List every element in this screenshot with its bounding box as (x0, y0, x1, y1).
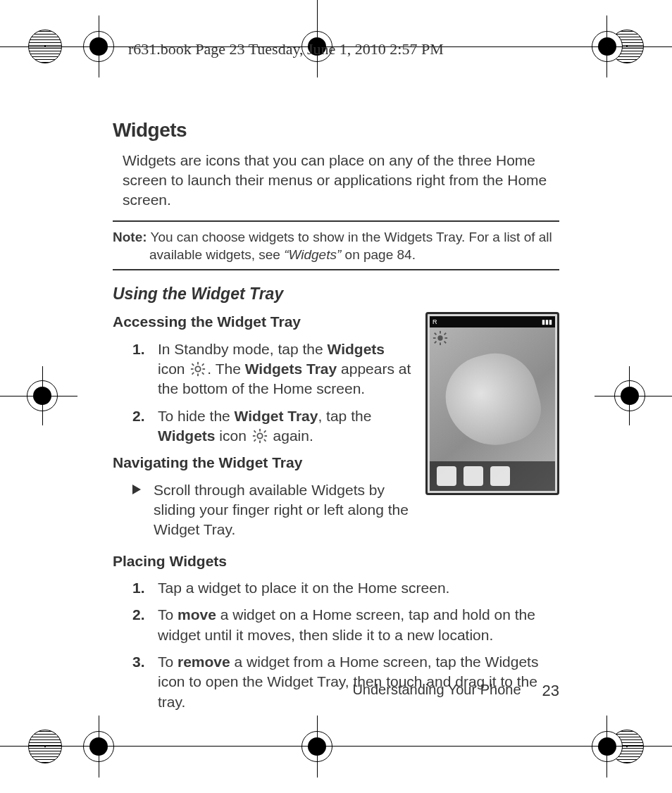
gear-icon (252, 428, 268, 444)
step-number: 1. (132, 339, 148, 399)
page-content: Widgets Widgets are icons that you can p… (113, 113, 559, 680)
step-number: 1. (132, 578, 148, 598)
step-text: icon (215, 427, 250, 444)
svg-rect-10 (197, 362, 199, 365)
note-text-2: on page 84. (341, 247, 416, 262)
book-header: r631.book Page 23 Tuesday, June 1, 2010 … (128, 39, 444, 60)
note-block: Note: You can choose widgets to show in … (113, 220, 559, 270)
step-bold: move (178, 606, 216, 623)
svg-rect-7 (434, 341, 437, 344)
list-item: 1. Tap a widget to place it on the Home … (132, 578, 559, 598)
gear-icon (433, 330, 448, 346)
svg-rect-17 (202, 363, 205, 366)
svg-rect-13 (203, 368, 206, 370)
svg-rect-15 (202, 372, 205, 375)
note-reference: “Widgets” (284, 247, 341, 262)
svg-point-0 (437, 336, 442, 341)
svg-rect-16 (192, 372, 194, 375)
svg-point-9 (196, 366, 201, 371)
globe-icon (437, 466, 456, 486)
svg-rect-2 (440, 343, 441, 346)
step-text: . The (207, 361, 244, 377)
chapter-name: Understanding Your Phone (352, 680, 521, 701)
svg-rect-5 (434, 332, 437, 335)
gear-icon (190, 361, 206, 377)
svg-rect-14 (192, 363, 194, 366)
step-text: Tap a widget to place it on the Home scr… (158, 578, 449, 598)
svg-rect-11 (197, 373, 199, 376)
placing-title: Placing Widgets (113, 551, 559, 571)
step-bold: Widgets Tray (245, 361, 337, 377)
contacts-icon (490, 466, 510, 486)
svg-rect-19 (259, 429, 261, 432)
phone-screenshot: R ▮▮▮ (425, 312, 559, 495)
step-text: icon (158, 361, 189, 377)
step-text: To (158, 654, 178, 670)
status-left: R (433, 318, 437, 326)
svg-rect-4 (444, 337, 447, 339)
navigating-bullet: Scroll through available Widgets by slid… (132, 480, 414, 540)
mail-icon (463, 466, 483, 486)
svg-rect-12 (191, 368, 194, 370)
svg-rect-21 (253, 435, 256, 437)
intro-paragraph: Widgets are icons that you can place on … (123, 151, 559, 211)
step-text: , tap the (318, 408, 371, 424)
svg-point-18 (257, 433, 262, 438)
svg-rect-24 (263, 439, 266, 442)
step-number: 2. (132, 406, 148, 447)
step-number: 2. (132, 605, 148, 645)
step-bold: Widget Tray (235, 408, 318, 424)
step-bold: Widgets (158, 427, 215, 444)
svg-rect-25 (254, 439, 256, 442)
play-icon (132, 485, 141, 494)
svg-rect-6 (444, 341, 447, 344)
list-item: 2. To move a widget on a Home screen, ta… (132, 605, 559, 645)
note-lead: Note: (113, 230, 147, 244)
page-number: 23 (542, 680, 559, 701)
svg-rect-20 (259, 440, 261, 443)
status-right: ▮▮▮ (542, 318, 552, 326)
list-item: 1. In Standby mode, tap the Widgets icon… (132, 339, 414, 399)
step-bold: remove (178, 654, 230, 670)
list-item: 2. To hide the Widget Tray, tap the Widg… (132, 406, 414, 447)
step-text: again. (269, 427, 313, 444)
svg-rect-26 (263, 430, 266, 433)
svg-rect-8 (444, 332, 447, 335)
svg-rect-3 (433, 337, 436, 339)
section-title: Widgets (113, 117, 559, 144)
page-footer: Understanding Your Phone 23 (113, 680, 559, 701)
bullet-text: Scroll through available Widgets by slid… (154, 480, 414, 540)
subsection-title: Using the Widget Tray (113, 283, 559, 305)
step-text: In Standby mode, tap the (158, 341, 328, 357)
widget-tray-preview (430, 461, 555, 491)
step-bold: Widgets (328, 341, 385, 357)
step-text: To hide the (158, 408, 235, 424)
svg-rect-1 (440, 331, 441, 334)
svg-rect-22 (264, 435, 267, 437)
step-text: To (158, 606, 178, 623)
svg-rect-23 (254, 430, 256, 433)
